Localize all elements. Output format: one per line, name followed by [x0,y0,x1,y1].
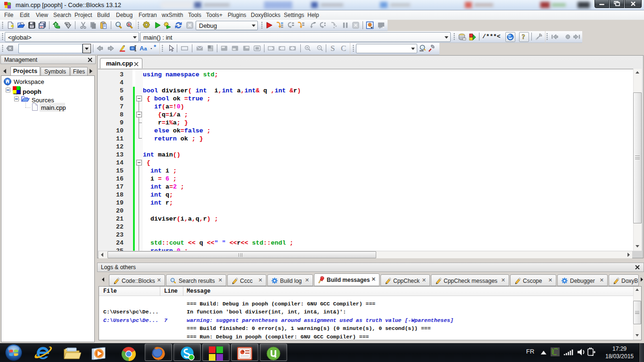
svg-text:?: ? [522,33,525,41]
